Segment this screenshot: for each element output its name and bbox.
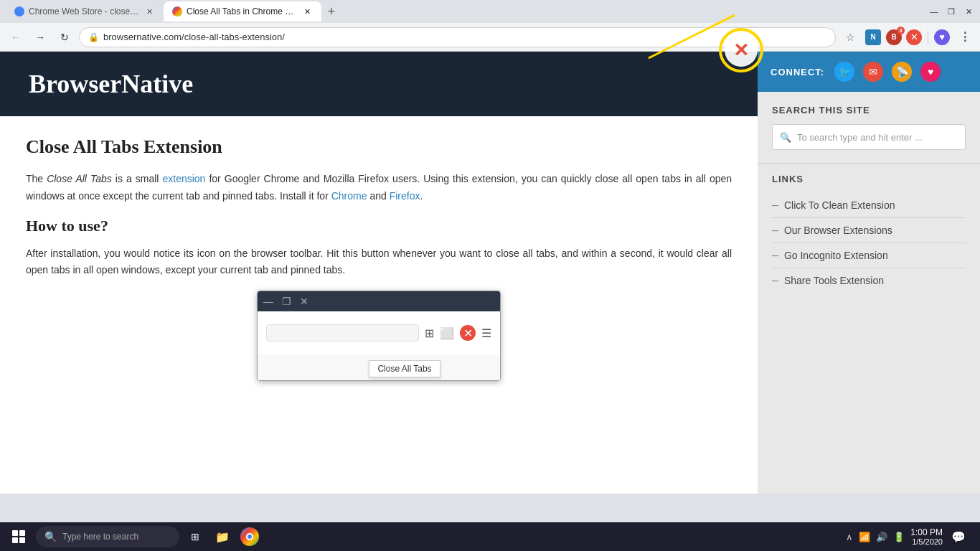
search-placeholder: To search type and hit enter ... bbox=[797, 132, 923, 143]
annotation-container: ✕ bbox=[719, 28, 763, 72]
sidebar-link-2-text: Our Browser Extensions bbox=[784, 225, 892, 236]
ss-library-icon: ⊞ bbox=[425, 326, 434, 340]
new-tab-button[interactable]: + bbox=[321, 1, 341, 22]
task-view-button[interactable]: ⊞ bbox=[184, 525, 207, 548]
sidebar-link-3-text: Go Incognito Extension bbox=[784, 250, 888, 261]
email-icon[interactable]: ✉ bbox=[863, 62, 883, 82]
connect-icons: 🐦 ✉ 📡 ♥ bbox=[834, 62, 941, 82]
ss-icons: ⊞ ⬜ ✕ ☰ bbox=[425, 325, 491, 341]
screenshot-tooltip-area: ↖ Close All Tabs bbox=[258, 354, 500, 380]
screenshot-container: — ❐ ✕ ⊞ ⬜ ✕ ☰ bbox=[26, 291, 732, 381]
clock-date: 1/5/2020 bbox=[912, 537, 943, 546]
ext-icon-3[interactable]: ✕ bbox=[906, 29, 922, 45]
ss-minimize: — bbox=[263, 296, 273, 307]
chrome-taskbar-icon bbox=[240, 527, 259, 546]
taskbar-search-text: Type here to search bbox=[62, 532, 138, 542]
window-controls: — ❐ ✕ bbox=[928, 6, 974, 17]
ss-menu-icon: ☰ bbox=[481, 326, 491, 340]
refresh-button[interactable]: ↻ bbox=[55, 27, 75, 47]
url-text: browsernative.com/close-all-tabs-extensi… bbox=[103, 32, 285, 42]
taskbar-search-icon: 🔍 bbox=[44, 531, 57, 542]
file-explorer-button[interactable]: 📁 bbox=[211, 525, 234, 548]
tab-1-close[interactable]: ✕ bbox=[143, 6, 155, 17]
forward-button[interactable]: → bbox=[30, 27, 50, 47]
bookmark-button[interactable]: ☆ bbox=[840, 27, 860, 47]
maximize-button[interactable]: ❐ bbox=[946, 6, 957, 17]
taskbar: 🔍 Type here to search ⊞ 📁 ∧ 📶 🔊 🔋 1:00 P… bbox=[0, 522, 980, 551]
more-button[interactable]: ⋮ bbox=[954, 27, 974, 47]
intro-paragraph: The Close All Tabs is a small extension … bbox=[26, 171, 732, 205]
sidebar-link-1-text: Click To Clean Extension bbox=[784, 199, 895, 211]
sidebar-link-browser-extensions[interactable]: – Our Browser Extensions bbox=[772, 218, 966, 243]
tab-2-close[interactable]: ✕ bbox=[301, 6, 313, 17]
sidebar-search-section: SEARCH THIS SITE 🔍 To search type and hi… bbox=[758, 92, 980, 163]
start-button[interactable] bbox=[6, 524, 32, 550]
site-logo: BrowserNative bbox=[29, 69, 729, 99]
annotation-inner-circle: ✕ bbox=[725, 34, 758, 67]
how-to-use-paragraph: After installation, you would notice its… bbox=[26, 245, 732, 280]
clock-time: 1:00 PM bbox=[910, 527, 943, 537]
back-button[interactable]: ← bbox=[6, 27, 26, 47]
toolbar-icons: ☆ N B 3 ✕ ♥ ⋮ bbox=[840, 27, 974, 47]
heart-icon[interactable]: ♥ bbox=[920, 62, 941, 82]
minimize-button[interactable]: — bbox=[928, 6, 940, 17]
tabs-row: Chrome Web Store - close all tab... ✕ Cl… bbox=[6, 1, 974, 22]
chrome-taskbar-button[interactable] bbox=[238, 525, 261, 548]
ss-address bbox=[266, 324, 419, 342]
title-bar: Chrome Web Store - close all tab... ✕ Cl… bbox=[0, 0, 980, 23]
sidebar-links-section: LINKS – Click To Clean Extension – Our B… bbox=[758, 163, 980, 303]
links-heading: LINKS bbox=[772, 174, 966, 184]
ss-close: ✕ bbox=[300, 296, 308, 307]
address-bar: ← → ↻ 🔒 browsernative.com/close-all-tabs… bbox=[0, 23, 980, 52]
lock-icon: 🔒 bbox=[88, 32, 99, 42]
firefox-link[interactable]: Firefox bbox=[390, 190, 420, 202]
tab-2-favicon bbox=[172, 6, 182, 17]
tray-network-icon[interactable]: 📶 bbox=[859, 532, 870, 542]
windows-logo-icon bbox=[12, 530, 25, 543]
toolbar-divider bbox=[928, 30, 928, 44]
sidebar-link-go-incognito[interactable]: – Go Incognito Extension bbox=[772, 243, 966, 268]
screenshot-body: ⊞ ⬜ ✕ ☰ bbox=[258, 311, 500, 354]
link-dash-2: – bbox=[772, 224, 778, 237]
tray-battery-icon: 🔋 bbox=[893, 532, 905, 542]
chrome-link[interactable]: Chrome bbox=[331, 190, 367, 202]
tooltip-box: Close All Tabs bbox=[369, 360, 440, 377]
screenshot-titlebar: — ❐ ✕ bbox=[258, 291, 500, 311]
system-tray: ∧ 📶 🔊 🔋 1:00 PM 1/5/2020 💬 bbox=[846, 527, 974, 547]
browser-tab-2[interactable]: Close All Tabs in Chrome and Fir... ✕ bbox=[164, 1, 321, 22]
rss-icon[interactable]: 📡 bbox=[892, 62, 912, 82]
sidebar-link-share-tools[interactable]: – Share Tools Extension bbox=[772, 268, 966, 293]
close-button[interactable]: ✕ bbox=[963, 6, 974, 17]
search-icon: 🔍 bbox=[780, 132, 791, 143]
tray-arrow-icon[interactable]: ∧ bbox=[846, 532, 853, 542]
clock[interactable]: 1:00 PM 1/5/2020 bbox=[910, 527, 943, 546]
link-dash-1: – bbox=[772, 199, 778, 212]
extension-link[interactable]: extension bbox=[162, 173, 205, 184]
website: BrowserNative Close All Tabs Extension T… bbox=[0, 52, 758, 494]
ext-icon-1[interactable]: N bbox=[864, 29, 882, 46]
search-heading: SEARCH THIS SITE bbox=[772, 105, 966, 116]
browser-tab-1[interactable]: Chrome Web Store - close all tab... ✕ bbox=[6, 1, 164, 22]
sidebar: CONNECT: 🐦 ✉ 📡 ♥ SEARCH THIS SITE 🔍 To s… bbox=[758, 52, 980, 494]
how-to-use-heading: How to use? bbox=[26, 217, 732, 235]
content-wrapper: BrowserNative Close All Tabs Extension T… bbox=[0, 52, 980, 494]
search-box[interactable]: 🔍 To search type and hit enter ... bbox=[772, 124, 966, 150]
main-content: Close All Tabs Extension The Close All T… bbox=[0, 116, 758, 494]
intro-italic: Close All Tabs bbox=[47, 173, 112, 184]
notification-button[interactable]: 💬 bbox=[948, 527, 969, 547]
tray-speaker-icon[interactable]: 🔊 bbox=[876, 532, 887, 542]
ss-close-all-icon: ✕ bbox=[460, 325, 476, 341]
tab-1-favicon bbox=[14, 6, 24, 17]
site-header: BrowserNative bbox=[0, 52, 758, 116]
ext-icon-2[interactable]: B 3 bbox=[886, 29, 902, 45]
sidebar-link-click-to-clean[interactable]: – Click To Clean Extension bbox=[772, 193, 966, 218]
page-heading: Close All Tabs Extension bbox=[26, 136, 732, 158]
ss-tab-icon: ⬜ bbox=[440, 326, 454, 340]
tab-2-title: Close All Tabs in Chrome and Fir... bbox=[187, 6, 297, 17]
tab-1-title: Chrome Web Store - close all tab... bbox=[29, 6, 139, 17]
browser-screenshot: — ❐ ✕ ⊞ ⬜ ✕ ☰ bbox=[257, 291, 501, 381]
twitter-icon[interactable]: 🐦 bbox=[834, 62, 854, 82]
ext-icon-4[interactable]: ♥ bbox=[934, 29, 950, 45]
taskbar-search[interactable]: 🔍 Type here to search bbox=[36, 526, 179, 547]
chrome-inner-circle bbox=[246, 533, 253, 540]
